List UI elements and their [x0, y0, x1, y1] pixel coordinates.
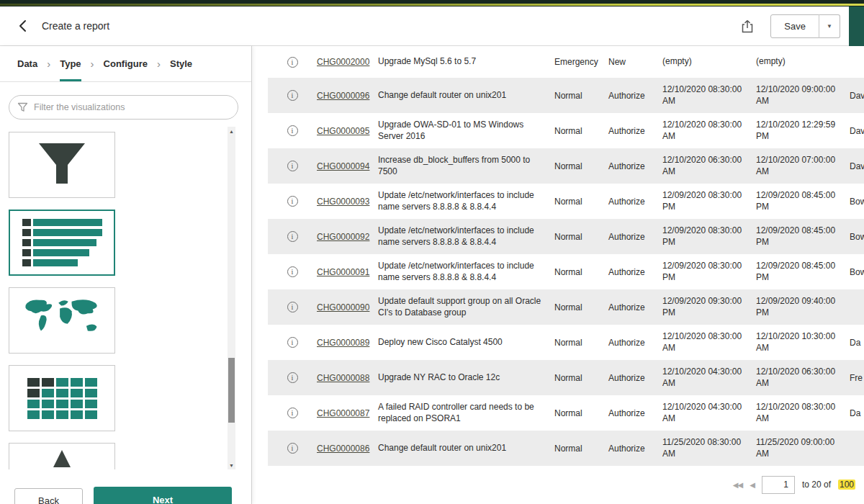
table-row: i CHG0002000 Upgrade MySql 5.6 to 5.7 Em…	[268, 46, 864, 78]
row-planned-start-date: 12/10/2020 08:30:00 AM	[662, 120, 756, 143]
step-type[interactable]: Type	[60, 46, 81, 81]
row-assigned-to: Bow	[850, 232, 864, 242]
step-configure[interactable]: Configure	[104, 46, 148, 81]
row-state: New	[608, 57, 662, 67]
row-assigned-to: Bow	[850, 267, 864, 277]
scroll-down-icon[interactable]: ▼	[228, 461, 235, 469]
table-row: i CHG0000086 Change default router on un…	[268, 431, 864, 466]
back-button[interactable]: Back	[14, 488, 83, 504]
wizard-breadcrumb: Data › Type › Configure › Style	[0, 46, 251, 82]
change-request-table: i CHG0002000 Upgrade MySql 5.6 to 5.7 Em…	[268, 46, 864, 466]
row-short-description: Update /etc/network/interfaces to includ…	[378, 261, 554, 284]
change-number-link[interactable]: CHG0000089	[317, 338, 369, 348]
viz-type-bar-list[interactable]	[9, 210, 115, 276]
info-icon[interactable]: i	[287, 161, 298, 171]
info-icon[interactable]: i	[287, 57, 298, 68]
visualization-filter	[9, 95, 238, 120]
row-priority: Normal	[554, 197, 608, 207]
row-priority: Normal	[554, 408, 608, 418]
row-priority: Normal	[554, 338, 608, 348]
row-planned-start-date: 12/10/2020 08:30:00 AM	[662, 331, 756, 354]
scrollbar-thumb[interactable]	[228, 358, 235, 423]
back-chevron-icon[interactable]	[17, 19, 29, 32]
row-short-description: Upgrade MySql 5.6 to 5.7	[378, 56, 554, 68]
table-row: i CHG0000087 A failed RAID controller ca…	[268, 395, 864, 431]
row-planned-end-date: 12/10/2020 09:00:00 AM	[756, 84, 850, 107]
viz-type-pyramid[interactable]	[9, 443, 115, 469]
change-number-link[interactable]: CHG0000093	[317, 197, 369, 207]
viz-type-heatmap-grid[interactable]	[9, 365, 115, 431]
change-number-link[interactable]: CHG0002000	[317, 57, 369, 67]
table-row: i CHG0000090 Update default support grou…	[268, 289, 864, 325]
change-number-link[interactable]: CHG0000086	[317, 444, 369, 454]
row-short-description: Update /etc/network/interfaces to includ…	[378, 190, 554, 213]
first-page-icon[interactable]: ◀◀	[733, 481, 742, 489]
save-dropdown-button[interactable]: ▼	[819, 14, 840, 38]
change-number-link[interactable]: CHG0000087	[317, 408, 369, 418]
info-icon[interactable]: i	[287, 125, 298, 136]
info-icon[interactable]: i	[287, 372, 298, 383]
row-state: Authorize	[608, 302, 662, 312]
row-planned-start-date: 12/10/2020 04:30:00 AM	[662, 366, 756, 390]
change-number-link[interactable]: CHG0000090	[317, 302, 369, 312]
chevron-right-icon: ›	[91, 58, 94, 70]
browser-top-strip	[0, 0, 864, 6]
info-icon[interactable]: i	[287, 231, 298, 242]
row-priority: Normal	[554, 302, 608, 312]
viz-type-funnel[interactable]	[9, 132, 115, 198]
next-button[interactable]: Next	[94, 487, 232, 504]
step-style[interactable]: Style	[170, 46, 192, 81]
row-planned-start-date: 12/09/2020 08:30:00 PM	[662, 190, 756, 213]
heatmap-grid-icon	[27, 378, 97, 419]
change-number-link[interactable]: CHG0000095	[317, 126, 369, 136]
step-data[interactable]: Data	[17, 46, 37, 81]
row-short-description: A failed RAID controller card needs to b…	[378, 402, 554, 425]
share-export-icon[interactable]	[742, 19, 753, 33]
funnel-chart-icon	[35, 140, 89, 189]
change-number-link[interactable]: CHG0000096	[317, 91, 369, 101]
save-button[interactable]: Save	[770, 14, 819, 38]
create-report-screen: Create a report Save ▼ Data › Type › Con…	[0, 0, 864, 504]
change-number-link[interactable]: CHG0000088	[317, 373, 369, 383]
info-icon[interactable]: i	[287, 337, 298, 348]
previous-page-icon[interactable]: ◀	[750, 481, 755, 489]
row-state: Authorize	[608, 373, 662, 383]
row-planned-end-date: 12/09/2020 09:40:00 PM	[756, 296, 850, 319]
info-icon[interactable]: i	[287, 408, 298, 418]
page-number-input[interactable]	[762, 476, 795, 494]
viz-list-scrollbar[interactable]: ▲ ▼	[228, 127, 235, 469]
change-number-link[interactable]: CHG0000091	[317, 267, 369, 277]
chevron-down-icon: ▼	[827, 23, 832, 30]
info-icon[interactable]: i	[287, 302, 298, 312]
row-planned-start-date: (empty)	[662, 56, 756, 68]
chevron-right-icon: ›	[157, 58, 161, 70]
scroll-up-icon[interactable]: ▲	[228, 127, 235, 135]
row-short-description: Upgrade NY RAC to Oracle 12c	[378, 372, 554, 384]
change-number-link[interactable]: CHG0000092	[317, 232, 369, 242]
row-assigned-to: Da	[850, 408, 864, 418]
info-icon[interactable]: i	[287, 266, 298, 277]
row-state: Authorize	[608, 444, 662, 454]
row-planned-start-date: 12/09/2020 08:30:00 PM	[662, 225, 756, 248]
table-row: i CHG0000094 Increase db_block_buffers f…	[268, 148, 864, 184]
info-icon[interactable]: i	[287, 443, 298, 454]
row-state: Authorize	[608, 338, 662, 348]
row-planned-start-date: 12/10/2020 06:30:00 AM	[662, 155, 756, 178]
info-icon[interactable]: i	[287, 196, 298, 207]
header-corner-block	[849, 6, 864, 46]
viz-type-world-map[interactable]	[9, 287, 115, 354]
row-state: Authorize	[608, 267, 662, 277]
change-number-link[interactable]: CHG0000094	[317, 161, 369, 171]
filter-visualizations-input[interactable]	[9, 95, 238, 120]
row-planned-start-date: 12/09/2020 09:30:00 PM	[662, 296, 756, 319]
row-short-description: Change default router on unix201	[378, 90, 554, 102]
row-short-description: Update /etc/network/interfaces to includ…	[378, 225, 554, 248]
report-wizard-panel: Data › Type › Configure › Style	[0, 46, 252, 504]
info-icon[interactable]: i	[287, 90, 298, 101]
row-state: Authorize	[608, 161, 662, 171]
row-short-description: Deploy new Cisco Catalyst 4500	[378, 337, 554, 348]
row-planned-start-date: 12/10/2020 08:30:00 AM	[662, 84, 756, 107]
table-row: i CHG0000089 Deploy new Cisco Catalyst 4…	[268, 325, 864, 360]
table-row: i CHG0000095 Upgrade OWA-SD-01 to MS Win…	[268, 113, 864, 148]
row-state: Authorize	[608, 232, 662, 242]
